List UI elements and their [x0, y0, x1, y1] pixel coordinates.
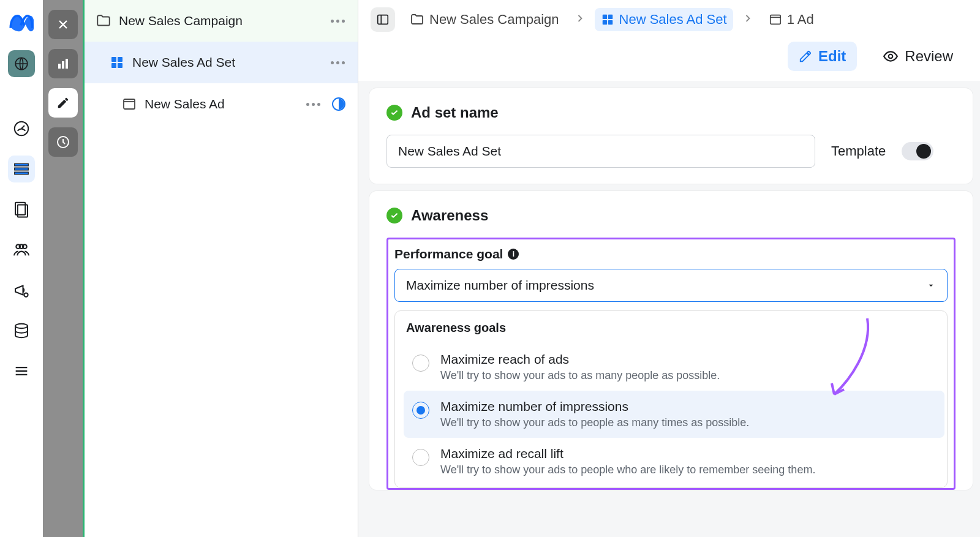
breadcrumb-ad[interactable]: 1 Ad	[763, 8, 820, 31]
tree-adset-row[interactable]: New Sales Ad Set	[85, 42, 358, 83]
svg-rect-22	[602, 15, 606, 19]
svg-rect-17	[118, 57, 123, 62]
svg-rect-3	[15, 168, 29, 170]
svg-rect-14	[66, 59, 68, 69]
chart-button[interactable]	[48, 49, 78, 78]
svg-rect-24	[602, 20, 606, 24]
tree-ad-label: New Sales Ad	[145, 97, 304, 111]
goal-option-reach[interactable]: Maximize reach of ads We'll try to show …	[404, 344, 944, 391]
main-content: New Sales Campaign New Sales Ad Set 1 Ad…	[358, 0, 980, 537]
edit-tool-button[interactable]	[48, 88, 78, 118]
goal-option-recall[interactable]: Maximize ad recall lift We'll try to sho…	[404, 438, 944, 485]
tree-ad-row[interactable]: New Sales Ad	[85, 83, 358, 125]
more-icon[interactable]	[328, 61, 347, 64]
more-icon[interactable]	[304, 103, 322, 106]
ad-icon	[121, 96, 137, 112]
adset-icon	[109, 54, 125, 70]
template-label: Template	[831, 143, 886, 159]
info-icon[interactable]: i	[508, 249, 519, 260]
template-toggle[interactable]	[902, 142, 933, 160]
goal-options-list: Awareness goals Maximize reach of ads We…	[394, 310, 948, 488]
svg-point-10	[24, 293, 28, 296]
editor-tools-column	[43, 0, 83, 537]
panel-toggle-button[interactable]	[371, 7, 395, 32]
performance-goal-label: Performance goal	[394, 247, 503, 261]
menu-icon[interactable]	[8, 358, 35, 385]
svg-rect-13	[62, 61, 64, 69]
radio-icon	[412, 355, 429, 372]
svg-rect-18	[111, 63, 116, 68]
goal-option-title: Maximize reach of ads	[440, 352, 720, 367]
folder-icon	[96, 13, 111, 29]
performance-goal-dropdown[interactable]: Maximize number of impressions	[394, 269, 948, 302]
goal-options-heading: Awareness goals	[406, 321, 944, 335]
tree-campaign-row[interactable]: New Sales Campaign	[85, 0, 358, 42]
caret-down-icon	[926, 280, 936, 290]
adset-name-title: Ad set name	[411, 104, 499, 121]
table-icon[interactable]	[8, 156, 35, 182]
svg-rect-12	[58, 64, 61, 69]
chevron-right-icon	[574, 12, 586, 27]
tree-campaign-label: New Sales Campaign	[119, 13, 328, 28]
edit-button-label: Edit	[818, 48, 846, 65]
breadcrumb-adset-label: New Sales Ad Set	[619, 12, 727, 28]
more-icon[interactable]	[328, 20, 347, 23]
svg-rect-19	[118, 63, 123, 68]
goal-option-desc: We'll try to show your ads to as many pe…	[440, 369, 720, 382]
action-row: Edit Review	[358, 37, 980, 81]
dropdown-value: Maximize number of impressions	[406, 278, 594, 293]
chevron-right-icon	[742, 12, 754, 27]
breadcrumb-adset[interactable]: New Sales Ad Set	[595, 8, 733, 31]
svg-rect-21	[378, 15, 388, 24]
check-circle-icon	[386, 105, 402, 121]
breadcrumb-ad-label: 1 Ad	[787, 12, 814, 28]
tree-adset-label: New Sales Ad Set	[132, 55, 328, 70]
review-button[interactable]: Review	[872, 42, 964, 71]
check-circle-icon	[386, 208, 402, 223]
svg-rect-2	[15, 163, 29, 166]
breadcrumb-bar: New Sales Campaign New Sales Ad Set 1 Ad	[358, 0, 980, 37]
pages-icon[interactable]	[8, 196, 35, 223]
audiences-icon[interactable]	[8, 236, 35, 263]
globe-icon[interactable]	[8, 50, 35, 77]
goal-option-impressions[interactable]: Maximize number of impressions We'll try…	[404, 391, 944, 438]
awareness-card: Awareness Performance goal i Maximize nu…	[369, 191, 973, 490]
awareness-title: Awareness	[411, 207, 488, 224]
radio-icon	[412, 449, 429, 466]
adset-name-input[interactable]	[386, 135, 815, 168]
svg-rect-4	[15, 172, 29, 175]
svg-rect-25	[608, 20, 612, 24]
breadcrumb-campaign-label: New Sales Campaign	[429, 12, 559, 28]
svg-rect-16	[111, 57, 116, 62]
svg-rect-26	[770, 15, 780, 24]
campaign-tree-panel: New Sales Campaign New Sales Ad Set New …	[83, 0, 358, 537]
radio-icon	[412, 402, 429, 419]
gauge-icon[interactable]	[8, 115, 35, 142]
breadcrumb-campaign[interactable]: New Sales Campaign	[404, 8, 565, 31]
goal-option-desc: We'll try to show your ads to people who…	[440, 464, 815, 476]
main-nav-rail	[0, 0, 43, 537]
close-button[interactable]	[48, 10, 78, 39]
edit-button[interactable]: Edit	[788, 42, 857, 71]
billing-icon[interactable]	[8, 317, 35, 344]
goal-option-title: Maximize ad recall lift	[440, 446, 815, 461]
megaphone-icon[interactable]	[8, 277, 35, 304]
status-half-icon	[331, 97, 347, 111]
performance-goal-block: Performance goal i Maximize number of im…	[386, 238, 956, 490]
svg-point-11	[15, 324, 28, 329]
svg-point-27	[889, 54, 893, 59]
adset-name-card: Ad set name Template	[369, 88, 973, 184]
goal-option-title: Maximize number of impressions	[440, 399, 749, 414]
history-button[interactable]	[48, 127, 78, 157]
goal-option-desc: We'll try to show your ads to people as …	[440, 416, 749, 429]
review-button-label: Review	[905, 48, 953, 65]
meta-logo[interactable]	[9, 11, 34, 37]
svg-rect-23	[608, 15, 612, 19]
svg-rect-20	[124, 99, 135, 109]
svg-point-9	[20, 244, 24, 249]
